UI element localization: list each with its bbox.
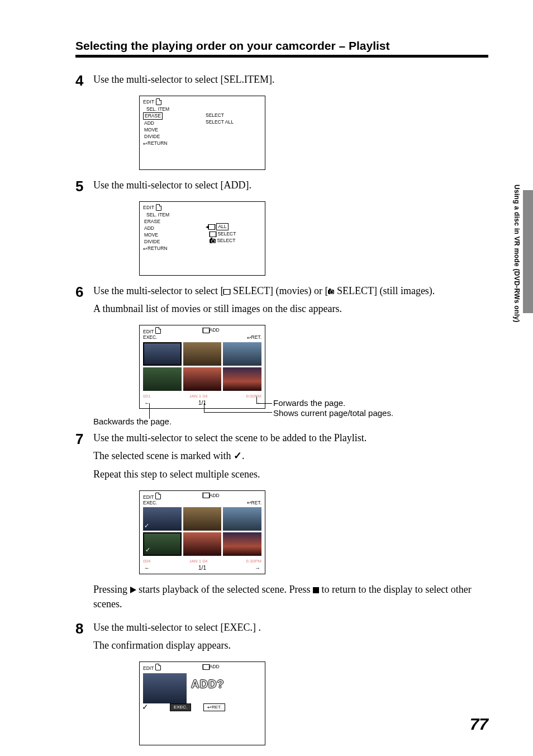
thumb-cell — [223, 507, 261, 531]
play-icon — [130, 587, 136, 593]
ret-text: RET. — [251, 500, 261, 505]
thumb-cell — [143, 367, 182, 391]
edit-label: EDIT — [143, 327, 161, 334]
step-5: 5 Use the multi-selector to select [ADD]… — [75, 178, 488, 196]
side-tab — [523, 190, 533, 313]
section-rule — [75, 55, 488, 58]
thumb-cell: ✓ — [143, 507, 182, 531]
left-arrow-icon: ← — [144, 565, 150, 571]
footer-mid: JAN 1 04 — [189, 559, 207, 564]
return-icon: ↩ — [247, 335, 251, 341]
exec-row: EXEC. ↩RET. — [140, 500, 265, 506]
camera-icon — [328, 290, 334, 294]
screen-header: EDIT — [143, 98, 261, 105]
thumb-cell — [183, 342, 222, 366]
step-number: 8 — [75, 621, 93, 636]
right-arrow-icon: → — [255, 565, 260, 571]
thumb-cell — [183, 367, 222, 391]
s6-mid: SELECT] (movies) or [ — [230, 285, 328, 296]
r-select: SELECT — [206, 112, 234, 119]
step-7-sub3-wrap: Pressing starts playback of the selected… — [93, 582, 488, 611]
menu-list: SEL. ITEM ERASE ADD MOVE DIVIDE ↩RETURN — [143, 106, 261, 147]
footer-mid: JAN 1 04 — [189, 394, 207, 399]
edit-label: EDIT — [143, 205, 155, 210]
thumb-pager: ← 1/1 → — [140, 400, 265, 408]
add-mode-label: ADD — [203, 327, 220, 334]
thumb-2-wrap: EDIT ADD EXEC. ↩RET. ✓ ✓ 004 JAN 1 04 6:… — [139, 490, 488, 574]
page: Selecting the playing order on your camc… — [0, 0, 533, 756]
ret-button[interactable]: ↩RET. — [203, 703, 225, 711]
ret-text: RET. — [251, 334, 261, 340]
pager-value: 1/1 — [198, 400, 206, 406]
disc-icon — [155, 327, 161, 334]
exec-row: EXEC. ↩RET. — [140, 334, 265, 341]
r-row-select-still: SELECT — [206, 237, 236, 244]
return-label: RETURN — [147, 245, 167, 251]
footer-right: 6:30PM — [246, 559, 261, 564]
thumb-footer: 001 JAN 1 04 6:00PM — [140, 393, 265, 400]
film-icon — [223, 289, 230, 295]
pager-value: 1/1 — [198, 565, 206, 571]
s7s3-pre: Pressing — [93, 584, 130, 595]
return-icon: ↩ — [143, 245, 147, 252]
all-highlight: ALL — [216, 223, 228, 230]
step-7-sub3: Pressing starts playback of the selected… — [93, 582, 488, 611]
menu-list: SEL. ITEM ERASE ADD MOVE DIVIDE ↩RETURN — [143, 211, 261, 252]
menu-divide: DIVIDE — [143, 238, 261, 245]
callout-backwards: Backwards the page. — [93, 417, 488, 426]
step-number: 5 — [75, 179, 93, 193]
thumb-topbar: EDIT ADD — [140, 325, 265, 334]
step-5-text: Use the multi-selector to select [ADD]. — [93, 178, 488, 192]
thumb-cell — [143, 342, 182, 366]
check-mark-icon: ✓ — [142, 702, 149, 711]
s7s1-pre: The selected scene is marked with — [93, 450, 234, 461]
callout-forwards: Forwards the page. — [273, 398, 345, 408]
menu-move: MOVE — [143, 231, 261, 238]
selected-thumb: ✓ — [143, 673, 187, 703]
select-label: SELECT — [217, 231, 236, 237]
step-6-sub: A thumbnail list of movies or still imag… — [93, 301, 488, 316]
s7s3-mid: starts playback of the selected scene. P… — [136, 584, 313, 595]
disc-icon — [155, 493, 161, 499]
step-body: Use the multi-selector to select [ SELEC… — [93, 284, 488, 319]
thumb-cell — [223, 342, 261, 366]
thumb-footer: 004 JAN 1 04 6:30PM — [140, 557, 265, 565]
ret-label: ↩RET. — [247, 334, 261, 341]
step-6-text: Use the multi-selector to select [ SELEC… — [93, 284, 488, 298]
step-7-text: Use the multi-selector to select the sce… — [93, 431, 488, 445]
footer-left: 004 — [143, 559, 150, 564]
step-number: 6 — [75, 285, 93, 299]
film-icon — [203, 328, 210, 333]
add-text: ADD — [210, 664, 220, 669]
film-icon — [210, 231, 216, 237]
callout-line — [256, 396, 257, 403]
s6-post: SELECT] (still images). — [334, 285, 435, 296]
menu-add: ADD — [143, 225, 261, 231]
screen-header: EDIT — [143, 204, 261, 211]
menu-highlight: ERASE — [143, 112, 163, 120]
menu-move: MOVE — [143, 126, 261, 133]
step-number: 7 — [75, 432, 93, 446]
step-7-sub2: Repeat this step to select multiple scen… — [93, 467, 488, 481]
edit-label: EDIT — [143, 493, 161, 500]
menu-add: ADD — [143, 120, 261, 126]
screen-2-wrap: EDIT SEL. ITEM ERASE ADD MOVE DIVIDE ↩RE… — [139, 201, 488, 276]
r-row-select-movie: SELECT — [206, 230, 236, 237]
step-7: 7 Use the multi-selector to select the s… — [75, 431, 488, 484]
ret-label: ↩RET. — [247, 500, 261, 506]
r-select-all: SELECT ALL — [206, 119, 234, 125]
thumbnail-screen-2: EDIT ADD EXEC. ↩RET. ✓ ✓ 004 JAN 1 04 6:… — [139, 490, 265, 574]
step-8-sub: The confirmation display appears. — [93, 638, 488, 653]
film-icon — [203, 493, 210, 498]
thumb-grid: ✓ ✓ — [140, 505, 265, 557]
add-screen-wrap: EDIT ADD ✓ ADD? EXEC. ↩RET. — [139, 662, 488, 745]
thumb-cell — [223, 367, 261, 391]
thumb-topbar: EDIT ADD — [140, 491, 265, 500]
exec-button[interactable]: EXEC. — [170, 703, 191, 711]
thumb-cell — [223, 532, 261, 556]
menu-erase: ERASE — [143, 218, 261, 225]
disc-icon — [155, 664, 161, 670]
step-8: 8 Use the multi-selector to select [EXEC… — [75, 620, 488, 656]
right-column: SELECT SELECT ALL — [206, 112, 234, 125]
menu-return: ↩RETURN — [143, 245, 261, 252]
